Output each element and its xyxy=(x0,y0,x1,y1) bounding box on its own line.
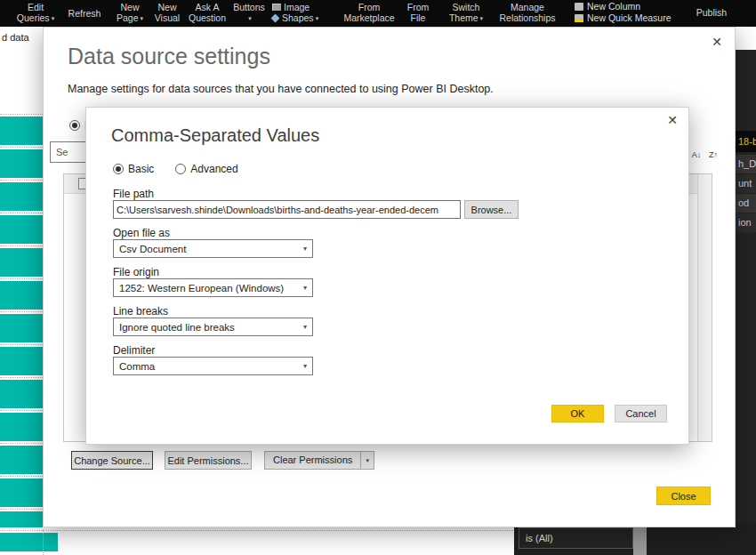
delimiter-select[interactable]: Comma ▾ xyxy=(113,357,313,375)
gridline xyxy=(0,278,43,279)
field-list-item[interactable]: od xyxy=(736,194,756,213)
image-icon xyxy=(272,4,281,11)
chart-bar xyxy=(0,149,43,178)
chevron-down-icon: ▾ xyxy=(480,15,484,21)
ribbon-item-new-column[interactable]: New Column xyxy=(575,1,680,12)
gridline xyxy=(0,410,43,411)
clear-permissions-button[interactable]: Clear Permissions ▾ xyxy=(264,451,374,470)
browse-button[interactable]: Browse... xyxy=(464,200,519,219)
ribbon-item-new-page[interactable]: New Page▾ xyxy=(109,2,151,24)
open-file-as-value: Csv Document xyxy=(119,244,186,254)
chart-bar xyxy=(0,117,43,145)
dialog-title: Comma-Separated Values xyxy=(111,125,319,146)
gridline xyxy=(0,114,43,115)
scrollbar[interactable] xyxy=(697,174,712,441)
file-origin-label: File origin xyxy=(113,266,159,278)
chart-bar xyxy=(0,215,43,244)
field-list-item[interactable]: unt xyxy=(736,174,756,193)
ribbon-item-switch-theme[interactable]: Switch Theme▾ xyxy=(443,2,489,24)
close-icon[interactable]: ✕ xyxy=(712,35,722,49)
chart-bar xyxy=(0,347,43,375)
open-file-as-select[interactable]: Csv Document ▾ xyxy=(113,239,313,258)
gridline xyxy=(0,443,43,444)
file-path-input[interactable] xyxy=(113,200,461,219)
basic-radio-label: Basic xyxy=(128,163,154,175)
chevron-down-icon[interactable]: ▾ xyxy=(360,452,374,469)
filter-field[interactable]: is (All) xyxy=(519,527,633,549)
ribbon-item-ask-a-question[interactable]: Ask A Question xyxy=(187,2,228,23)
top-ribbon: Edit Queries▾ Refresh New Page▾ New Visu… xyxy=(0,0,756,27)
sort-descending-icon[interactable]: Z↑ xyxy=(705,147,721,163)
ribbon-item-edit-queries[interactable]: Edit Queries▾ xyxy=(11,2,60,24)
new-column-label: New Column xyxy=(587,1,640,12)
new-quick-measure-label: New Quick Measure xyxy=(587,12,672,24)
ribbon-item-from-marketplace[interactable]: From Marketplace xyxy=(340,2,398,23)
chart-bar xyxy=(0,511,43,527)
field-list-item[interactable]: h_De xyxy=(736,155,756,173)
close-icon[interactable]: ✕ xyxy=(667,113,678,127)
gridline xyxy=(0,147,43,148)
ribbon-item-image-shapes[interactable]: Image Shapes▾ xyxy=(272,2,331,24)
line-breaks-value: Ignore quoted line breaks xyxy=(119,322,235,333)
basic-radio[interactable]: Basic xyxy=(113,163,154,175)
ribbon-item-buttons[interactable]: Buttons ▾ xyxy=(229,2,269,24)
ribbon-item-manage-relationships[interactable]: Manage Relationships xyxy=(495,2,560,23)
ribbon-item-publish[interactable]: Publish xyxy=(692,2,731,18)
radio-icon xyxy=(175,164,186,174)
gridline xyxy=(0,311,43,312)
file-path-label: File path xyxy=(113,188,154,200)
field-list-item[interactable]: 18-b xyxy=(736,131,756,152)
gridline xyxy=(0,377,43,378)
chevron-down-icon: ▾ xyxy=(303,323,307,331)
powerbi-desktop-window: Edit Queries▾ Refresh New Page▾ New Visu… xyxy=(0,0,756,555)
from-marketplace-label-top: From xyxy=(340,2,398,12)
field-list-item[interactable]: ion xyxy=(736,213,756,232)
change-source-button[interactable]: Change Source... xyxy=(71,451,153,470)
ribbon-item-from-file[interactable]: From File xyxy=(400,2,436,23)
chevron-down-icon: ▾ xyxy=(141,15,144,21)
radio-icon xyxy=(113,164,124,174)
sort-ascending-icon[interactable]: A↓ xyxy=(688,147,704,163)
new-column-icon xyxy=(575,3,583,11)
filters-pane-sliver: is (All) xyxy=(514,523,756,555)
image-label: Image xyxy=(284,2,310,12)
edit-queries-label-bottom: Queries xyxy=(17,12,50,23)
from-marketplace-label-bottom: Marketplace xyxy=(340,12,398,23)
switch-theme-label-top: Switch xyxy=(443,2,489,12)
line-breaks-select[interactable]: Ignore quoted line breaks ▾ xyxy=(113,318,313,336)
chart-bar xyxy=(0,314,43,342)
switch-theme-label-bottom: Theme xyxy=(449,12,479,23)
scrollbar[interactable] xyxy=(633,523,647,555)
advanced-radio[interactable]: Advanced xyxy=(175,163,237,175)
chart-bar xyxy=(0,533,58,551)
publish-label: Publish xyxy=(692,7,731,18)
line-breaks-label: Line breaks xyxy=(113,305,168,318)
chevron-down-icon: ▾ xyxy=(303,245,307,253)
manage-relationships-label-top: Manage xyxy=(495,2,560,12)
from-file-label-top: From xyxy=(400,2,436,12)
ok-button[interactable]: OK xyxy=(551,405,604,422)
mode-radio-group: Basic Advanced xyxy=(113,163,238,175)
gridline xyxy=(0,509,43,510)
delimiter-value: Comma xyxy=(119,361,155,372)
close-button[interactable]: Close xyxy=(656,487,711,505)
gridline xyxy=(0,213,43,213)
chart-bar xyxy=(0,446,43,474)
gridline xyxy=(0,476,43,477)
chart-bar xyxy=(0,248,43,277)
new-visual-label-bottom: Visual xyxy=(149,12,185,23)
cancel-button[interactable]: Cancel xyxy=(615,405,667,422)
edit-permissions-button[interactable]: Edit Permissions... xyxy=(165,451,252,470)
file-origin-value: 1252: Western European (Windows) xyxy=(119,283,284,294)
file-origin-select[interactable]: 1252: Western European (Windows) ▾ xyxy=(113,278,313,297)
ribbon-item-new-visual[interactable]: New Visual xyxy=(149,2,185,23)
chevron-down-icon: ▾ xyxy=(316,15,319,21)
ribbon-item-new-quick-measure[interactable]: New Quick Measure xyxy=(575,12,680,24)
chevron-down-icon: ▾ xyxy=(248,15,252,21)
delimiter-label: Delimiter xyxy=(113,344,155,357)
gridline xyxy=(0,344,43,345)
ribbon-item-refresh[interactable]: Refresh xyxy=(64,2,105,19)
gridline xyxy=(0,245,43,246)
csv-settings-dialog: ✕ Comma-Separated Values Basic Advanced … xyxy=(85,107,689,445)
chart-bar xyxy=(0,281,43,310)
